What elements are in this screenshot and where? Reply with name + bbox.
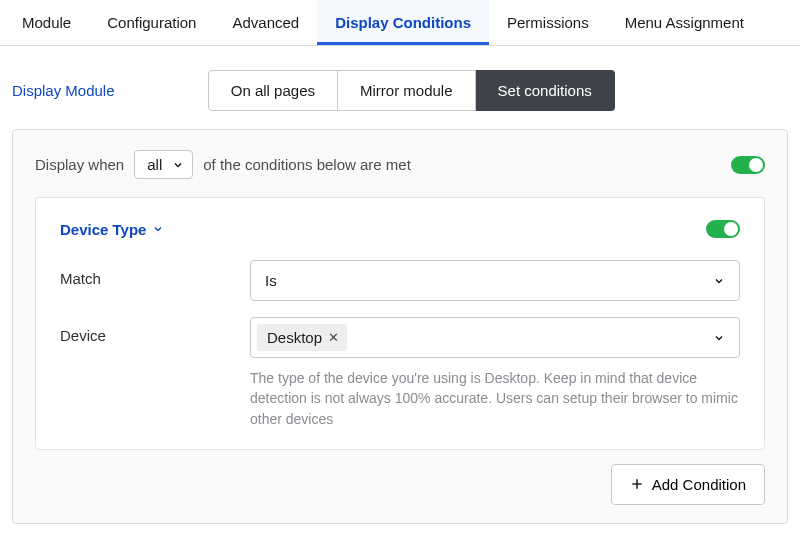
- tab-permissions[interactable]: Permissions: [489, 0, 607, 45]
- display-module-label: Display Module: [12, 82, 155, 99]
- device-select[interactable]: Desktop ✕: [250, 317, 740, 358]
- conditions-enabled-toggle[interactable]: [731, 156, 765, 174]
- chevron-down-icon: [152, 223, 164, 235]
- display-when-prefix: Display when: [35, 156, 124, 173]
- add-condition-button[interactable]: Add Condition: [611, 464, 765, 505]
- condition-card: Device Type Match Is Device Desktop: [35, 197, 765, 450]
- seg-on-all-pages[interactable]: On all pages: [208, 70, 338, 111]
- device-help-text: The type of the device you're using is D…: [250, 368, 740, 429]
- tab-display-conditions[interactable]: Display Conditions: [317, 0, 489, 45]
- tab-module[interactable]: Module: [4, 0, 89, 45]
- device-tag: Desktop ✕: [257, 324, 347, 351]
- seg-set-conditions[interactable]: Set conditions: [476, 70, 615, 111]
- match-select[interactable]: Is: [250, 260, 740, 301]
- tab-bar: Module Configuration Advanced Display Co…: [0, 0, 800, 46]
- match-select-value: Is: [265, 272, 277, 289]
- condition-title-toggle[interactable]: Device Type: [60, 221, 164, 238]
- conditions-panel: Display when all of the conditions below…: [12, 129, 788, 524]
- device-tag-label: Desktop: [267, 329, 322, 346]
- add-condition-label: Add Condition: [652, 476, 746, 493]
- remove-tag-icon[interactable]: ✕: [328, 330, 339, 345]
- display-when-suffix: of the conditions below are met: [203, 156, 411, 173]
- chevron-down-icon: [713, 275, 725, 287]
- chevron-down-icon: [172, 159, 184, 171]
- panel-header: Display when all of the conditions below…: [35, 150, 765, 179]
- seg-mirror-module[interactable]: Mirror module: [338, 70, 476, 111]
- display-module-segmented: On all pages Mirror module Set condition…: [208, 70, 615, 111]
- condition-title: Device Type: [60, 221, 146, 238]
- device-label: Device: [60, 317, 250, 344]
- tab-menu-assignment[interactable]: Menu Assignment: [607, 0, 762, 45]
- plus-icon: [630, 477, 644, 491]
- tab-advanced[interactable]: Advanced: [214, 0, 317, 45]
- match-label: Match: [60, 260, 250, 287]
- match-mode-select[interactable]: all: [134, 150, 193, 179]
- chevron-down-icon: [713, 332, 725, 344]
- tab-configuration[interactable]: Configuration: [89, 0, 214, 45]
- match-mode-value: all: [147, 156, 162, 173]
- condition-enabled-toggle[interactable]: [706, 220, 740, 238]
